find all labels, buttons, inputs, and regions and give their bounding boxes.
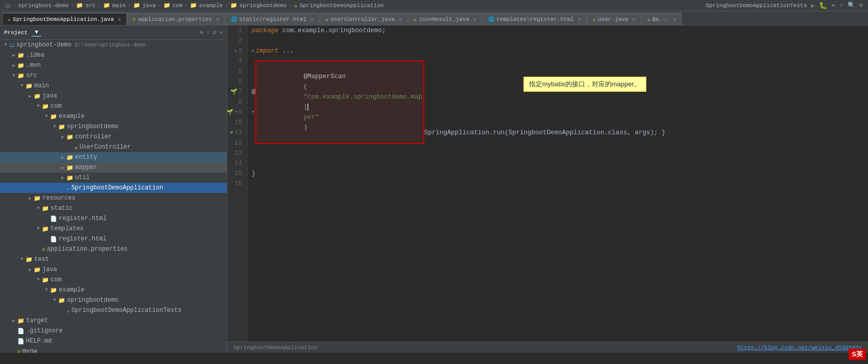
run-button[interactable]: ▶ <box>811 2 815 10</box>
tab-springbootdemoapplication[interactable]: ☕ SpringbootDemoApplication.java ✕ <box>2 13 127 25</box>
toggle-test-java[interactable]: ▶ <box>27 267 34 273</box>
coverage-button[interactable]: ☂ <box>831 2 835 10</box>
bc-springbootdemo[interactable]: 📁 <box>230 2 237 9</box>
tree-item-test-example[interactable]: ▼ 📁 example <box>0 285 227 295</box>
sidebar-icon-close[interactable]: ✕ <box>219 29 223 36</box>
tab-close-1[interactable]: ✕ <box>216 16 219 22</box>
toggle-target[interactable]: ▶ <box>10 318 17 324</box>
toggle-util[interactable]: ▶ <box>59 175 66 181</box>
tab-close-0[interactable]: ✕ <box>118 16 121 22</box>
toggle-test-springbootdemo[interactable]: ▼ <box>51 298 58 303</box>
bc-example[interactable]: 📁 <box>190 2 197 9</box>
panel-tab-project[interactable]: ▼ <box>32 29 41 37</box>
toggle-controller[interactable]: ▶ <box>59 134 66 140</box>
toggle-root[interactable]: ▼ <box>2 42 9 47</box>
bc-com[interactable]: 📁 <box>163 2 171 9</box>
bc-main[interactable]: 📁 <box>103 2 110 9</box>
sidebar-icon-gear[interactable]: ⚙ <box>213 29 216 36</box>
tree-item-resources[interactable]: ▶ 📁 resources <box>0 193 227 203</box>
tree-item-static[interactable]: ▼ 📁 static <box>0 203 227 213</box>
tree-item-helpmd[interactable]: 📄 HELP.md <box>0 336 227 346</box>
spring-gutter-9[interactable]: 🌱 <box>227 107 233 117</box>
tree-item-springbootdemoapplicationtests[interactable]: ☕ SpringbootDemoApplicationTests <box>0 305 227 316</box>
tree-item-mvnw[interactable]: ⚙ mvnw <box>0 346 227 353</box>
tree-item-example[interactable]: ▼ 📁 example <box>0 111 227 122</box>
toggle-test[interactable]: ▼ <box>18 257 26 262</box>
tab-jsonresult[interactable]: ☕ JsonResult.java ✕ <box>408 13 482 25</box>
breadcrumb-project[interactable]: 🗂 <box>5 2 11 9</box>
tree-item-test-java[interactable]: ▶ 📁 java <box>0 264 227 275</box>
tree-item-gitignore[interactable]: 📄 .gitignore <box>0 326 227 336</box>
toggle-templates[interactable]: ▼ <box>35 226 42 231</box>
tree-item-util[interactable]: ▶ 📁 util <box>0 173 227 183</box>
tab-close-5[interactable]: ✕ <box>578 16 581 22</box>
tree-item-java[interactable]: ▶ 📁 java <box>0 91 227 101</box>
bc-file[interactable]: ☕ <box>294 2 298 9</box>
tree-item-entity[interactable]: ▶ 📁 entity <box>0 152 227 162</box>
tree-item-test-springbootdemo[interactable]: ▼ 📁 springbootdemo <box>0 295 227 305</box>
tree-item-mvn[interactable]: ▶ 📁 .mvn <box>0 60 227 70</box>
tree-item-usercontroller[interactable]: ☕ UserController <box>0 142 227 152</box>
tree-item-static-register[interactable]: 📄 register.html <box>0 213 227 224</box>
tree-item-test-com[interactable]: ▼ 📁 com <box>0 275 227 285</box>
toggle-main[interactable]: ▼ <box>18 83 26 88</box>
toggle-idea[interactable]: ▶ <box>10 53 17 58</box>
fold-code-8[interactable]: ▶ <box>252 97 254 107</box>
sidebar-icon-sort[interactable]: ↕ <box>206 29 210 36</box>
toggle-mapper[interactable]: ▶ <box>59 165 66 171</box>
debug-button[interactable]: 🐛 <box>819 2 827 10</box>
tree-item-templates-register[interactable]: 📄 register.html <box>0 234 227 244</box>
fold-icon-3[interactable]: ▶ <box>234 46 237 56</box>
fold-icon-9[interactable]: ▼ <box>234 107 237 117</box>
tree-item-root[interactable]: ▼ 🗂 springboot-demo E:\demo\springboot-d… <box>0 40 227 50</box>
tab-usercontroller[interactable]: ☕ UserController.java ✕ <box>320 13 407 25</box>
tree-item-springbootdemo[interactable]: ▼ 📁 springbootdemo <box>0 122 227 132</box>
tree-item-src[interactable]: ▼ 📁 src <box>0 70 227 81</box>
toggle-entity[interactable]: ▶ <box>59 155 66 160</box>
bc-java[interactable]: 📁 <box>133 2 140 9</box>
tree-item-controller[interactable]: ▶ 📁 controller <box>0 132 227 142</box>
toggle-springbootdemo[interactable]: ▼ <box>51 124 58 129</box>
code-content[interactable]: package com.example.springbootdemo; ▶ im… <box>248 26 868 342</box>
toggle-resources[interactable]: ▶ <box>27 196 34 201</box>
tree-item-mapper[interactable]: ▶ 📁 mapper <box>0 162 227 173</box>
tree-item-target[interactable]: ▶ 📁 target <box>0 316 227 326</box>
tree-item-test[interactable]: ▼ 📁 test <box>0 254 227 264</box>
toggle-test-com[interactable]: ▼ <box>35 277 42 282</box>
tree-item-main[interactable]: ▼ 📁 main <box>0 81 227 91</box>
sidebar-icon-target[interactable]: ⊕ <box>200 29 204 36</box>
toggle-test-example[interactable]: ▼ <box>43 287 50 293</box>
tab-close-6[interactable]: ✕ <box>632 16 635 22</box>
bc-src[interactable]: 📁 <box>76 2 83 9</box>
tab-close-4[interactable]: ✕ <box>473 16 476 22</box>
tree-item-springbootdemoapplication[interactable]: ☕ SpringbootDemoApplication <box>0 183 227 193</box>
tree-item-templates[interactable]: ▼ 📁 templates <box>0 224 227 234</box>
tab-close-3[interactable]: ✕ <box>399 16 402 22</box>
toggle-java[interactable]: ▶ <box>27 93 34 99</box>
tree-item-com[interactable]: ▼ 📁 com <box>0 101 227 111</box>
tab-templates-register[interactable]: 🌐 templates\register.html ✕ <box>483 13 587 25</box>
toggle-src[interactable]: ▼ <box>10 73 17 78</box>
search-button[interactable]: 🔍 <box>848 2 855 9</box>
tab-application-properties[interactable]: ⚙ application.properties ✕ <box>127 13 225 25</box>
toggle-com[interactable]: ▼ <box>35 104 42 109</box>
tree-item-application-properties[interactable]: ⚙ application.properties <box>0 244 227 254</box>
tab-user[interactable]: ☕ User.java ✕ <box>587 13 641 25</box>
sogou-ime-icon[interactable]: S英 <box>849 349 866 360</box>
settings-button[interactable]: ⚙ <box>859 2 863 9</box>
status-url[interactable]: https://blog.csdn.net/weixin_45395031 <box>737 345 862 351</box>
spring-gutter-7[interactable]: 🌱 <box>230 87 237 97</box>
toggle-example[interactable]: ▼ <box>43 114 50 119</box>
fold-code-9[interactable]: ▼ <box>252 107 254 117</box>
tab-static-register[interactable]: 🌐 static/register.html ✕ <box>225 13 319 25</box>
tab-ba[interactable]: ☕ Ba... ✕ <box>641 13 682 25</box>
tree-item-idea[interactable]: ▶ 📁 .idea <box>0 50 227 60</box>
run-arrow-11[interactable]: ▶ <box>231 128 234 138</box>
profile-button[interactable]: ⚡ <box>839 2 843 10</box>
toggle-static[interactable]: ▼ <box>35 206 42 211</box>
tab-close-7[interactable]: ✕ <box>673 16 676 22</box>
tab-close-2[interactable]: ✕ <box>310 16 314 22</box>
fold-code-3[interactable]: ▶ <box>252 46 254 56</box>
toggle-mvn[interactable]: ▶ <box>10 63 17 68</box>
bc-project[interactable]: springboot-demo <box>18 3 69 9</box>
